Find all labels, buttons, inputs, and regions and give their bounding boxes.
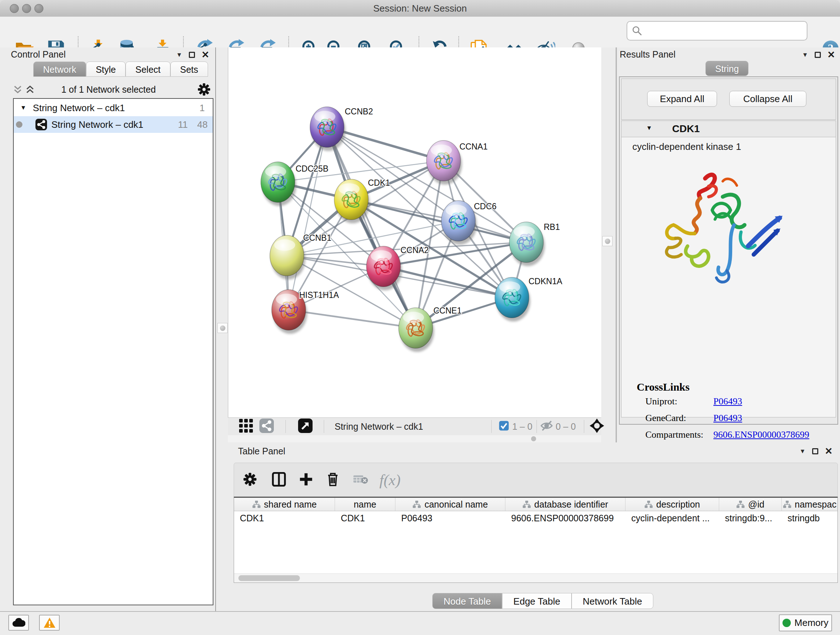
- tab-network[interactable]: Network: [33, 62, 86, 77]
- cell-shared-name[interactable]: CDK1: [234, 511, 335, 526]
- control-panel-float-button[interactable]: ▼: [176, 52, 182, 58]
- fit-selected-target-icon[interactable]: [589, 418, 605, 435]
- expand-all-button[interactable]: Expand All: [647, 91, 717, 107]
- grid-view-icon[interactable]: [239, 419, 253, 434]
- protein-section-header[interactable]: ▼ CDK1: [622, 121, 836, 137]
- network-row-selected[interactable]: String Network – cdk1 11 48: [14, 116, 213, 133]
- title-bar: Session: New Session: [0, 0, 840, 17]
- table-panel-maximize-button[interactable]: [812, 448, 818, 454]
- left-splitter-handle[interactable]: [218, 323, 227, 333]
- tab-network-table[interactable]: Network Table: [572, 593, 653, 609]
- control-panel-maximize-button[interactable]: [189, 52, 195, 58]
- cloud-icon: [12, 618, 25, 627]
- delete-table-icon[interactable]: [354, 474, 368, 486]
- right-splitter-handle[interactable]: [602, 236, 613, 246]
- tab-style[interactable]: Style: [86, 62, 126, 77]
- column-header-database-identifier[interactable]: database identifier: [505, 498, 625, 511]
- crosslink-link[interactable]: P06493: [714, 396, 742, 407]
- column-header-description[interactable]: description: [625, 498, 719, 511]
- show-columns-icon[interactable]: [272, 472, 286, 488]
- expand-collapse-box: Expand All Collapse All: [621, 79, 836, 120]
- delete-column-trash-icon[interactable]: [325, 472, 340, 488]
- column-header-shared-name[interactable]: shared name: [234, 498, 335, 511]
- function-builder-icon[interactable]: f(x): [379, 471, 401, 489]
- memory-button[interactable]: Memory: [779, 614, 832, 631]
- collapse-all-icon[interactable]: [13, 85, 22, 94]
- network-collection-row[interactable]: ▼ String Network – cdk1 1: [14, 100, 213, 116]
- cloud-button[interactable]: [8, 615, 29, 631]
- tab-select[interactable]: Select: [126, 62, 170, 77]
- detach-view-icon[interactable]: [298, 418, 313, 434]
- cell-description[interactable]: cyclin-dependent ...: [625, 511, 719, 526]
- cell-@id[interactable]: stringdb:9...: [719, 511, 782, 526]
- crosslink-row: Uniprot:P06493: [637, 393, 809, 410]
- node-label-CDK1: CDK1: [368, 178, 390, 187]
- node-CDKN1A[interactable]: [495, 277, 531, 321]
- edge-HIST1H1A-CCNE1[interactable]: [289, 310, 416, 328]
- edge-CDK1-RB1[interactable]: [351, 200, 526, 242]
- network-view-toolbar: String Network – cdk1 1 – 0 0 – 0: [228, 417, 601, 435]
- node-CCNB1[interactable]: [270, 235, 305, 279]
- network-name: String Network – cdk1: [51, 119, 143, 130]
- window-close-light[interactable]: [10, 4, 19, 13]
- horizontal-splitter[interactable]: [228, 435, 601, 442]
- edge-CCNB2-HIST1H1A[interactable]: [289, 127, 327, 310]
- cell-database-identifier[interactable]: 9606.ENSP00000378699: [505, 511, 625, 526]
- cell-canonical-name[interactable]: P06493: [395, 511, 505, 526]
- hidden-eye-slash-icon[interactable]: [540, 420, 553, 433]
- right-splitter[interactable]: [601, 48, 617, 442]
- table-panel-close-button[interactable]: ✕: [825, 447, 833, 455]
- birds-eye-share-icon[interactable]: [259, 418, 274, 434]
- expand-all-icon[interactable]: [25, 85, 35, 94]
- crosslink-link[interactable]: 9606.ENSP00000378699: [714, 429, 809, 440]
- window-minimize-light[interactable]: [22, 4, 31, 13]
- control-panel-close-button[interactable]: ✕: [202, 50, 210, 59]
- node-CCNA2[interactable]: [366, 246, 402, 290]
- network-options-gear-icon[interactable]: [197, 83, 210, 97]
- tab-string[interactable]: String: [706, 61, 748, 76]
- node-label-CCNB1: CCNB1: [303, 233, 332, 242]
- table-row[interactable]: CDK1CDK1P064939606.ENSP00000378699cyclin…: [234, 511, 837, 526]
- selected-checkbox-icon[interactable]: [499, 421, 509, 432]
- horizontal-splitter-handle[interactable]: [531, 436, 536, 441]
- collapse-all-button[interactable]: Collapse All: [729, 91, 806, 107]
- tab-edge-table[interactable]: Edge Table: [502, 593, 572, 609]
- left-splitter[interactable]: [216, 48, 228, 611]
- node-CCNB2[interactable]: [310, 107, 346, 151]
- column-header-canonical-name[interactable]: canonical name: [395, 498, 505, 511]
- table-header-row: shared namenamecanonical namedatabase id…: [234, 498, 837, 511]
- status-bar: Memory: [0, 611, 840, 635]
- warning-button[interactable]: [39, 615, 60, 631]
- node-label-CDC6: CDC6: [474, 202, 497, 211]
- tab-node-table[interactable]: Node Table: [432, 593, 502, 609]
- node-CCNA1[interactable]: [426, 141, 462, 185]
- edge-CCNB2-CCNE1[interactable]: [327, 127, 416, 328]
- cell-namespac[interactable]: stringdb: [782, 511, 837, 526]
- node-label-HIST1H1A: HIST1H1A: [299, 290, 339, 300]
- table-panel-float-button[interactable]: ▼: [799, 448, 806, 454]
- table-h-scrollbar-thumb[interactable]: [238, 575, 300, 581]
- search-input[interactable]: [643, 25, 807, 36]
- cell-name[interactable]: CDK1: [335, 511, 395, 526]
- table-tabs: Node TableEdge TableNetwork Table: [432, 593, 653, 609]
- tree-expand-icon[interactable]: ▼: [20, 104, 27, 111]
- node-CDK1[interactable]: [334, 179, 370, 223]
- column-header-@id[interactable]: @id: [719, 498, 782, 511]
- results-panel-maximize-button[interactable]: [815, 52, 821, 58]
- node-RB1[interactable]: [509, 222, 545, 266]
- section-collapse-icon[interactable]: ▼: [646, 125, 652, 132]
- column-header-name[interactable]: name: [335, 498, 395, 511]
- search-box[interactable]: [627, 21, 807, 41]
- node-label-CCNE1: CCNE1: [433, 306, 462, 315]
- window-zoom-light[interactable]: [34, 4, 43, 13]
- results-panel-close-button[interactable]: ✕: [827, 50, 835, 59]
- results-panel-float-button[interactable]: ▼: [802, 52, 808, 58]
- tab-sets[interactable]: Sets: [171, 62, 208, 77]
- table-settings-gear-icon[interactable]: [243, 472, 257, 488]
- node-CCNE1[interactable]: [399, 308, 434, 352]
- add-column-plus-icon[interactable]: [299, 472, 313, 488]
- network-canvas[interactable]: CCNB2CCNA1CDC25BCDK1CDC6RB1CCNB1CCNA2CDK…: [228, 48, 601, 417]
- cytoscape-window: { "window": {"title": "Session: New Sess…: [0, 0, 840, 635]
- crosslink-link[interactable]: P06493: [714, 413, 742, 424]
- column-header-namespac[interactable]: namespac: [782, 498, 837, 511]
